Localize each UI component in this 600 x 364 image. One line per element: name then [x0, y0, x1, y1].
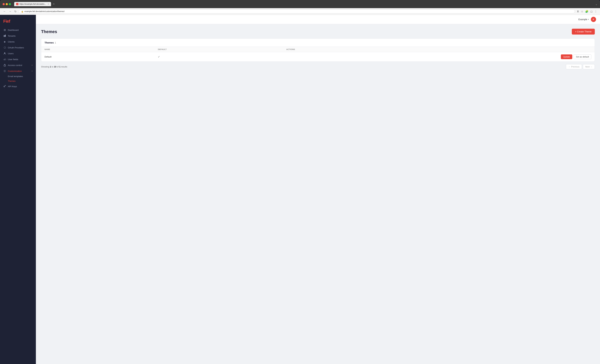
url-bar[interactable]: 🔒 example.fief.dev/admin/customization/t… [19, 9, 575, 13]
access-control-chevron: ▾ [32, 64, 33, 66]
api-keys-icon [3, 85, 6, 88]
sidebar-label-tenants: Tenants [8, 35, 16, 37]
close-button[interactable] [3, 3, 5, 5]
sidebar-item-clients[interactable]: ◈ Clients [0, 39, 36, 45]
showing-prefix: Showing [41, 65, 49, 68]
theme-default-cell: ✓ [155, 52, 283, 62]
sidebar-label-clients: Clients [8, 41, 15, 43]
pagination-info: Showing 1 to 10 of 1 results [41, 65, 67, 68]
sidebar-label-api-keys: API Keys [8, 85, 17, 88]
theme-actions-cell: Update Set as default [283, 52, 595, 62]
tenant-selector[interactable]: Example ▾ [579, 18, 589, 21]
sidebar-label-users: Users [8, 52, 14, 55]
sidebar-nav: ⊞ Dashboard Tenants ◈ Clients ⬡ OAuth Pr… [0, 27, 36, 362]
next-button[interactable]: Next → [583, 64, 595, 69]
url-text: example.fief.dev/admin/customization/the… [24, 10, 65, 13]
customization-icon [3, 70, 6, 73]
tab-bar: F https://example.fief.dev/admi... ✕ + [14, 2, 594, 6]
tenants-icon [3, 34, 6, 37]
table-section-title: Themes [45, 41, 54, 44]
svg-rect-1 [5, 35, 6, 37]
table-count: 1 [55, 41, 56, 44]
sidebar-label-access-control: Access control [8, 64, 22, 66]
page-header: Themes + Create Theme [41, 29, 595, 35]
table-header: Themes 1 [41, 39, 595, 47]
tab-title: https://example.fief.dev/admi... [19, 3, 46, 5]
top-bar: Example ▾ F [36, 15, 600, 24]
table-body: Default ✓ Update Set as default [41, 52, 595, 62]
pagination-from: 1 [50, 65, 51, 68]
clients-icon: ◈ [3, 40, 6, 43]
results-label: results [61, 65, 67, 68]
profile-icon[interactable]: ◻ [590, 10, 593, 13]
bookmark-icon[interactable]: ☆ [581, 10, 583, 13]
sidebar-label-customization: Customization [8, 70, 22, 72]
user-fields-icon: 🏷 [3, 58, 6, 61]
page-title: Themes [41, 29, 57, 34]
new-tab-button[interactable]: + [52, 2, 56, 6]
sidebar-item-access-control[interactable]: Access control ▾ [0, 62, 36, 68]
tenant-chevron-icon: ▾ [588, 18, 589, 20]
user-initial: F [593, 18, 594, 21]
sidebar-label-dashboard: Dashboard [8, 29, 19, 31]
extensions-icon[interactable]: 🧩 [585, 10, 589, 13]
customization-chevron: ▾ [32, 70, 33, 72]
menu-icon[interactable]: ⋮ [594, 10, 597, 13]
pagination-buttons: ← Previous Next → [566, 64, 595, 69]
sidebar-label-user-fields: User fields [8, 58, 18, 61]
app-container: Fief ⊞ Dashboard Tenants ◈ Clients [0, 15, 600, 364]
sidebar-label-email-templates: Email templates [8, 75, 23, 78]
active-tab[interactable]: F https://example.fief.dev/admi... ✕ [14, 2, 51, 6]
access-control-icon [3, 64, 6, 67]
table-row: Default ✓ Update Set as default [41, 52, 595, 62]
sidebar-item-customization[interactable]: Customization ▾ [0, 68, 36, 74]
browser-window: F https://example.fief.dev/admi... ✕ + ⌄… [0, 0, 600, 15]
minimize-button[interactable] [6, 3, 8, 5]
maximize-button[interactable] [9, 3, 11, 5]
forward-button[interactable]: → [8, 10, 12, 13]
back-button[interactable]: ← [3, 10, 7, 13]
sidebar-item-user-fields[interactable]: 🏷 User fields [0, 56, 36, 62]
pagination-to: 10 [54, 65, 56, 68]
create-theme-button[interactable]: + Create Theme [572, 29, 595, 35]
share-icon[interactable]: ⬆ [577, 10, 579, 13]
actions-container: Update Set as default [286, 55, 591, 59]
table-header-row: NAME DEFAULT ACTIONS [41, 47, 595, 52]
pagination-row: Showing 1 to 10 of 1 results ← Previous … [41, 64, 595, 69]
tenant-name: Example [579, 18, 587, 21]
lock-icon: 🔒 [21, 10, 23, 13]
to-label: to [52, 65, 53, 68]
sidebar-item-dashboard[interactable]: ⊞ Dashboard [0, 27, 36, 33]
sidebar-item-tenants[interactable]: Tenants [0, 33, 36, 39]
update-button[interactable]: Update [561, 55, 572, 59]
themes-table-card: Themes 1 NAME DEFAULT ACTIONS Default [41, 38, 595, 62]
previous-button[interactable]: ← Previous [566, 64, 582, 69]
titlebar: F https://example.fief.dev/admi... ✕ + ⌄ [0, 0, 600, 8]
table-head: NAME DEFAULT ACTIONS [41, 47, 595, 52]
svg-rect-0 [4, 35, 5, 37]
set-as-default-button[interactable]: Set as default [574, 55, 591, 59]
dashboard-icon: ⊞ [3, 28, 6, 31]
oauth-icon: ⬡ [3, 46, 6, 49]
tab-close-button[interactable]: ✕ [48, 3, 49, 5]
pagination-total: 1 [59, 65, 60, 68]
col-actions: ACTIONS [283, 47, 595, 52]
sidebar-item-users[interactable]: Users [0, 51, 36, 56]
page-content: Themes + Create Theme Themes 1 NAME DEFA… [36, 24, 600, 364]
col-name: NAME [41, 47, 155, 52]
theme-name: Default [41, 52, 155, 62]
tab-list-button[interactable]: ⌄ [595, 3, 597, 6]
sidebar-subitem-themes[interactable]: Themes [0, 79, 36, 83]
traffic-lights [3, 3, 11, 5]
user-avatar[interactable]: F [591, 17, 596, 22]
svg-rect-3 [4, 65, 6, 66]
logo-text: Fief [3, 19, 10, 24]
default-check-icon: ✓ [158, 55, 160, 58]
of-label: of [57, 65, 59, 68]
sidebar-item-api-keys[interactable]: API Keys [0, 83, 36, 89]
sidebar-item-oauth-providers[interactable]: ⬡ OAuth Providers [0, 45, 36, 51]
sidebar-subitem-email-templates[interactable]: Email templates [0, 74, 36, 79]
reload-button[interactable]: ↻ [14, 10, 17, 13]
tab-favicon: F [16, 3, 19, 5]
logo: Fief [0, 18, 36, 27]
